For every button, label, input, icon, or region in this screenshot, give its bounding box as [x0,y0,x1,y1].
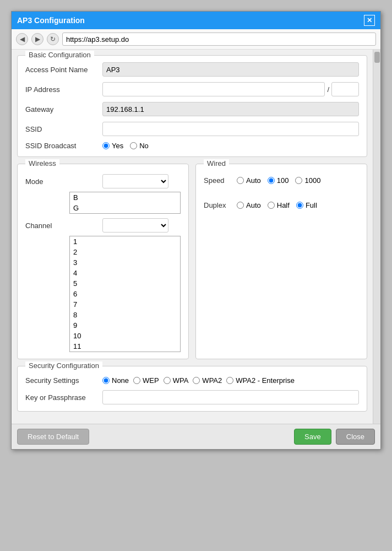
speed-1000-label[interactable]: 1000 [295,176,320,185]
close-button[interactable]: Close [336,429,375,445]
security-title: Security Configuration [25,361,102,370]
security-wpa-radio[interactable] [164,377,171,384]
ip-address-row: IP Address / [25,82,359,96]
key-passphrase-label: Key or Passphrase [25,393,102,402]
security-wpa2-enterprise-radio[interactable] [226,377,233,384]
security-none-label[interactable]: None [102,376,129,385]
speed-auto-label[interactable]: Auto [237,176,261,185]
ip-address-input[interactable] [102,82,325,96]
mode-option-b[interactable]: B [70,192,180,203]
ip-address-group: / [102,82,359,96]
security-none-radio[interactable] [102,377,110,384]
wireless-title: Wireless [25,159,59,168]
speed-auto-radio[interactable] [237,177,244,184]
channel-dropdown-list: 1 2 3 4 5 6 7 8 9 10 11 [69,236,181,352]
ssid-broadcast-no-label[interactable]: No [130,142,149,150]
basic-config-section: Basic Configuration Access Point Name IP… [17,55,367,157]
security-section: Security Configuration Security Settings… [17,366,367,412]
wireless-section: Wireless Mode B G [17,164,189,359]
footer-bar: Reset to Default Save Close [12,424,380,449]
ssid-label: SSID [25,125,102,133]
channel-option-4[interactable]: 4 [70,268,180,278]
refresh-button[interactable]: ↻ [47,33,59,45]
security-wpa-label[interactable]: WPA [164,376,189,385]
security-wep-label[interactable]: WEP [133,376,159,385]
channel-select[interactable] [102,218,168,233]
security-wpa2-label[interactable]: WPA2 [193,376,222,385]
main-window: AP3 Configuration ✕ ◀ ▶ ↻ Basic Configur… [11,11,381,450]
duplex-group: Auto Half Full [237,201,317,209]
ssid-broadcast-label: SSID Broadcast [25,142,102,150]
gateway-label: Gateway [25,105,102,114]
ip-address-label: IP Address [25,85,102,94]
speed-1000-radio[interactable] [295,177,302,184]
basic-config-title: Basic Configuration [25,51,94,59]
ssid-broadcast-yes-radio[interactable] [102,142,110,149]
channel-label: Channel [25,222,102,230]
speed-100-label[interactable]: 100 [268,176,289,185]
mode-dropdown-list: B G [69,192,181,214]
save-button[interactable]: Save [294,429,331,445]
channel-option-3[interactable]: 3 [70,257,180,268]
channel-option-9[interactable]: 9 [70,320,180,331]
address-bar[interactable] [62,33,376,46]
key-passphrase-row: Key or Passphrase [25,390,359,404]
channel-option-2[interactable]: 2 [70,247,180,257]
duplex-row: Duplex Auto Half [204,201,359,209]
wired-section: Wired Speed Auto 100 [195,164,367,359]
ip-slash: / [327,85,329,94]
access-point-name-row: Access Point Name [25,62,359,77]
duplex-half-radio[interactable] [268,202,275,209]
duplex-full-label[interactable]: Full [296,201,317,209]
mode-option-g[interactable]: G [70,203,180,213]
security-settings-label: Security Settings [25,376,102,385]
ip-prefix-input[interactable] [331,82,359,96]
key-passphrase-input[interactable] [102,390,359,404]
gateway-input[interactable] [102,102,359,116]
mode-select[interactable] [102,174,168,188]
speed-group: Auto 100 1000 [237,176,320,185]
channel-row: Channel [25,218,181,233]
channel-option-1[interactable]: 1 [70,236,180,247]
security-wpa2-enterprise-label[interactable]: WPA2 - Enterprise [226,376,295,385]
back-button[interactable]: ◀ [16,33,28,45]
channel-option-5[interactable]: 5 [70,278,180,289]
channel-option-6[interactable]: 6 [70,289,180,299]
channel-option-7[interactable]: 7 [70,299,180,310]
forward-button[interactable]: ▶ [31,33,43,45]
scrollbar-thumb[interactable] [374,52,380,63]
reset-button[interactable]: Reset to Default [17,429,89,445]
ssid-broadcast-no-radio[interactable] [130,142,137,149]
security-wep-radio[interactable] [133,377,140,384]
title-bar: AP3 Configuration ✕ [12,12,380,29]
channel-option-11[interactable]: 11 [70,341,180,352]
security-wpa2-radio[interactable] [193,377,200,384]
security-settings-group: None WEP WPA WPA2 [102,376,295,385]
ssid-broadcast-yes-label[interactable]: Yes [102,142,123,150]
scrollbar[interactable] [373,50,380,424]
access-point-name-label: Access Point Name [25,66,102,74]
duplex-auto-radio[interactable] [237,202,244,209]
duplex-auto-label[interactable]: Auto [237,201,261,209]
ssid-broadcast-group: Yes No [102,142,149,150]
ssid-row: SSID [25,122,359,136]
nav-bar: ◀ ▶ ↻ [12,29,380,50]
duplex-half-label[interactable]: Half [268,201,290,209]
mode-row: Mode [25,174,181,188]
speed-label: Speed [204,176,237,185]
duplex-full-radio[interactable] [296,202,303,209]
wired-title: Wired [204,159,229,168]
access-point-name-input[interactable] [102,62,359,77]
ssid-input[interactable] [102,122,359,136]
mode-label: Mode [25,177,102,186]
channel-option-10[interactable]: 10 [70,331,180,341]
channel-option-8[interactable]: 8 [70,310,180,320]
speed-100-radio[interactable] [268,177,275,184]
window-close-button[interactable]: ✕ [364,15,375,26]
wireless-wired-row: Wireless Mode B G [17,164,367,359]
window-title: AP3 Configuration [17,16,85,25]
speed-row: Speed Auto 100 [204,176,359,185]
duplex-label: Duplex [204,201,237,209]
ssid-broadcast-row: SSID Broadcast Yes No [25,142,359,150]
security-settings-row: Security Settings None WEP WPA [25,376,359,385]
